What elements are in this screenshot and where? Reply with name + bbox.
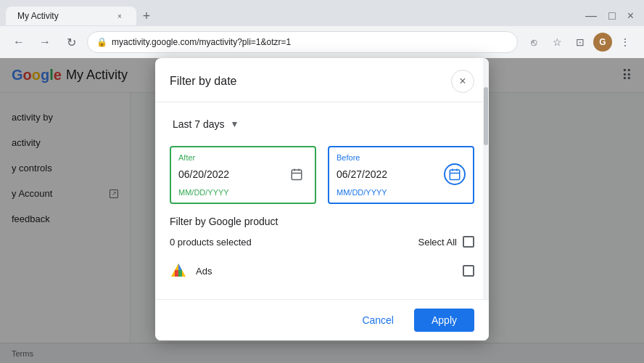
modal-close-button[interactable]: × (451, 70, 474, 93)
scrollbar-track (483, 58, 489, 340)
address-bar[interactable]: 🔒 myactivity.google.com/myactivity?pli=1… (87, 31, 518, 53)
select-all-label: Select All (418, 237, 457, 248)
back-button[interactable]: ← (9, 32, 29, 52)
svg-rect-4 (450, 170, 460, 180)
date-period-value: Last 7 days (173, 118, 225, 130)
select-all-checkbox[interactable] (463, 236, 474, 248)
before-date-value: 06/27/2022 (337, 168, 387, 180)
address-text: myactivity.google.com/myactivity?pli=1&o… (112, 37, 508, 47)
date-period-dropdown[interactable]: Last 7 days ▼ (170, 114, 242, 134)
svg-marker-11 (175, 270, 178, 277)
filter-modal: Filter by date × Last 7 days ▼ After 06/… (155, 58, 489, 340)
scrollbar-thumb[interactable] (484, 87, 488, 145)
active-tab[interactable]: My Activity × (6, 7, 136, 25)
window-close-icon[interactable]: × (623, 9, 638, 23)
modal-header: Filter by date × (155, 58, 489, 102)
forward-button[interactable]: → (35, 32, 55, 52)
new-tab-button[interactable]: + (136, 6, 157, 26)
avatar[interactable]: G (593, 33, 612, 52)
svg-rect-0 (292, 170, 302, 180)
before-label: Before (337, 153, 466, 162)
before-date-group: Before 06/27/2022 MM/DD/YYYY (328, 146, 474, 204)
after-calendar-icon[interactable] (286, 163, 307, 185)
apply-button[interactable]: Apply (414, 309, 474, 332)
dropdown-arrow-icon: ▼ (231, 119, 239, 129)
before-format-hint: MM/DD/YYYY (337, 188, 466, 197)
cancel-button[interactable]: Cancel (350, 309, 405, 332)
profile-icon[interactable]: ⊡ (570, 32, 590, 52)
window-controls: — □ × (581, 9, 638, 23)
ads-checkbox[interactable] (463, 265, 474, 277)
after-date-group: After 06/20/2022 MM/DD/YYYY (170, 146, 316, 204)
date-inputs-row: After 06/20/2022 MM/DD/YYYY (170, 146, 474, 204)
ads-product-icon (170, 262, 187, 280)
bookmark-icon[interactable]: ☆ (547, 32, 567, 52)
products-selected-label: 0 products selected (170, 237, 418, 248)
before-calendar-icon[interactable] (444, 163, 466, 185)
product-row-ads: Ads (170, 256, 474, 285)
tab-close-button[interactable]: × (115, 11, 125, 21)
minimize-icon[interactable]: — (581, 9, 601, 23)
modal-footer: Cancel Apply (155, 299, 489, 340)
share-icon[interactable]: ⎋ (524, 32, 544, 52)
maximize-icon[interactable]: □ (604, 9, 620, 23)
product-section-title: Filter by Google product (170, 216, 474, 227)
after-label: After (178, 153, 307, 162)
refresh-button[interactable]: ↻ (61, 32, 81, 52)
modal-title: Filter by date (170, 75, 451, 88)
lock-icon: 🔒 (96, 37, 107, 47)
ads-product-name: Ads (196, 266, 463, 277)
after-date-value: 06/20/2022 (178, 168, 229, 180)
products-header: 0 products selected Select All (170, 236, 474, 248)
menu-icon[interactable]: ⋮ (615, 32, 635, 52)
svg-marker-9 (178, 264, 182, 270)
after-format-hint: MM/DD/YYYY (178, 188, 307, 197)
tab-title: My Activity (17, 11, 59, 21)
date-period-selector: Last 7 days ▼ (170, 114, 474, 134)
modal-overlay: Filter by date × Last 7 days ▼ After 06/… (0, 58, 644, 363)
svg-marker-10 (178, 270, 182, 277)
